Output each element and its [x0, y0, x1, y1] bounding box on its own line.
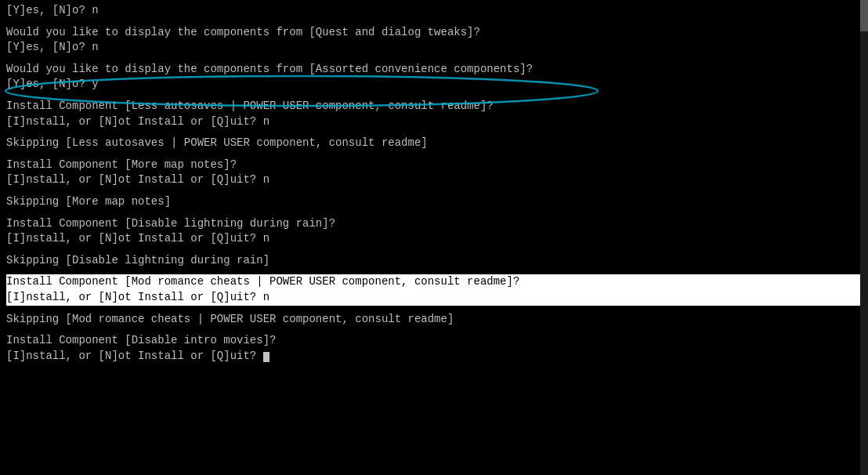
terminal-line-l3: Would you like to display the components… [6, 25, 862, 41]
empty-line [6, 210, 862, 216]
terminal-line-l22: Skipping [Disable lightning during rain] [6, 253, 862, 269]
empty-line [6, 56, 862, 62]
terminal-line-l29: Install Component [Disable intro movies]… [6, 333, 862, 349]
empty-line [6, 247, 862, 253]
empty-line [6, 188, 862, 194]
scrollbar[interactable] [860, 0, 868, 475]
terminal-line-l1: [Y]es, [N]o? n [6, 3, 862, 19]
terminal-line-l15: [I]nstall, or [N]ot Install or [Q]uit? n [6, 172, 862, 188]
scrollbar-thumb[interactable] [860, 0, 868, 31]
empty-line [6, 306, 862, 312]
empty-line [6, 92, 862, 99]
empty-line [6, 129, 862, 136]
empty-line [6, 268, 862, 274]
terminal-line-l6: Would you like to display the components… [6, 62, 862, 78]
terminal-line-l10: [I]nstall, or [N]ot Install or [Q]uit? n [6, 114, 862, 130]
empty-line [6, 151, 862, 158]
highlighted-line-l24: Install Component [Mod romance cheats | … [6, 274, 860, 290]
terminal-window[interactable]: [Y]es, [N]o? nWould you like to display … [0, 0, 868, 475]
terminal-line-l30: [I]nstall, or [N]ot Install or [Q]uit? [6, 349, 862, 364]
terminal-line-l4: [Y]es, [N]o? n [6, 40, 862, 56]
terminal-line-l17: Skipping [More map notes] [6, 194, 862, 210]
empty-line [6, 19, 862, 25]
terminal-line-l14: Install Component [More map notes]? [6, 158, 862, 173]
terminal-content: [Y]es, [N]o? nWould you like to display … [6, 3, 862, 364]
terminal-line-l12: Skipping [Less autosaves | POWER USER co… [6, 136, 862, 151]
terminal-line-l9: Install Component [Less autosaves | POWE… [6, 99, 862, 114]
terminal-line-l7: [Y]es, [N]o? y [6, 77, 862, 92]
highlighted-line-l25: [I]nstall, or [N]ot Install or [Q]uit? n [6, 290, 860, 306]
terminal-line-l27: Skipping [Mod romance cheats | POWER USE… [6, 312, 862, 328]
terminal-line-l20: [I]nstall, or [N]ot Install or [Q]uit? n [6, 231, 862, 247]
empty-line [6, 327, 862, 333]
terminal-line-l19: Install Component [Disable lightning dur… [6, 216, 862, 232]
cursor [263, 352, 269, 362]
